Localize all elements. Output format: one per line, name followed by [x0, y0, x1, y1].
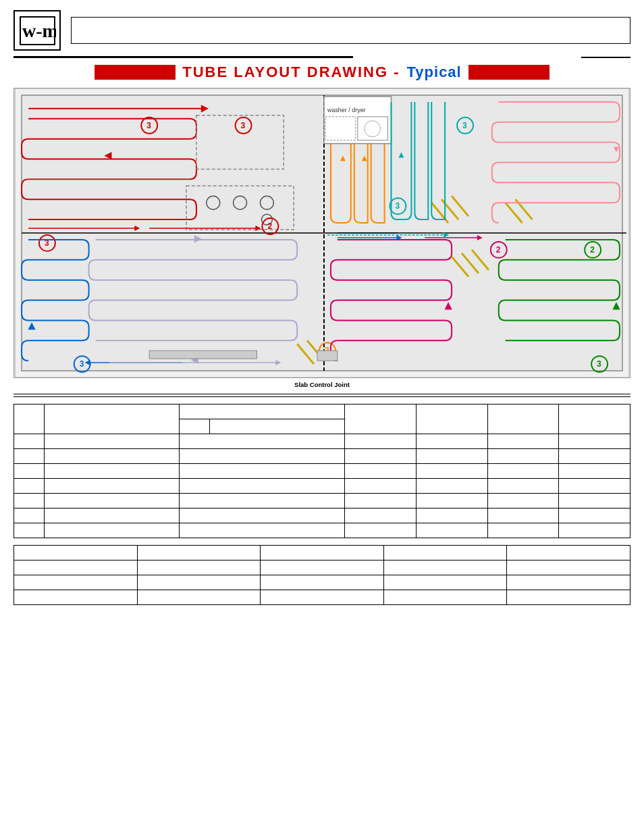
table-cell — [137, 590, 261, 605]
table-cell — [14, 546, 138, 561]
table-cell — [416, 509, 487, 523]
table-cell — [416, 464, 487, 479]
table-cell — [261, 575, 384, 590]
table1 — [14, 404, 630, 538]
title-box — [71, 17, 630, 44]
table-cell — [45, 405, 180, 434]
table-cell — [487, 509, 559, 523]
svg-rect-76 — [149, 350, 257, 359]
table-cell — [416, 405, 487, 434]
svg-text:3: 3 — [597, 359, 601, 369]
table-cell — [345, 523, 417, 538]
svg-rect-75 — [317, 350, 338, 361]
table-cell — [559, 523, 630, 538]
table-cell — [14, 561, 138, 575]
table-cell — [14, 464, 45, 479]
table-cell — [345, 479, 417, 494]
red-rect-left — [95, 65, 176, 80]
svg-text:2: 2 — [267, 221, 272, 231]
table-cell — [507, 561, 630, 575]
table-cell — [345, 494, 417, 509]
svg-text:washer / dryer: washer / dryer — [327, 107, 366, 113]
table-cell — [137, 561, 261, 575]
table-cell — [487, 434, 559, 449]
table-cell — [487, 449, 559, 464]
slab-control-joint-label: Slab Control Joint — [14, 381, 630, 388]
table-cell — [345, 449, 417, 464]
table2 — [14, 545, 630, 605]
drawing-svg: 3 3 3 2 — [14, 88, 630, 377]
table-cell — [487, 523, 559, 538]
table-cell — [180, 405, 345, 419]
svg-text:3: 3 — [146, 121, 151, 130]
table-cell — [45, 479, 180, 494]
table-row — [14, 434, 630, 449]
table-cell — [416, 434, 487, 449]
table-cell — [559, 405, 630, 434]
table-cell — [14, 494, 45, 509]
table-cell — [559, 479, 630, 494]
table-cell — [14, 523, 45, 538]
table2-section — [14, 545, 630, 605]
svg-text:w-m: w-m — [22, 20, 56, 41]
table-cell — [559, 434, 630, 449]
table-cell — [14, 449, 45, 464]
table-cell — [14, 479, 45, 494]
table-cell — [261, 590, 384, 605]
table-cell — [487, 464, 559, 479]
table-cell — [45, 464, 180, 479]
table-cell — [345, 509, 417, 523]
table-cell — [559, 449, 630, 464]
svg-text:2: 2 — [496, 245, 501, 255]
table-cell — [210, 419, 345, 434]
table-cell — [487, 405, 559, 434]
svg-text:3: 3 — [395, 201, 400, 211]
table-cell — [14, 509, 45, 523]
table-cell — [416, 479, 487, 494]
table-cell — [261, 546, 384, 561]
page: w-m TUBE LAYOUT DRAWING - Typical — [0, 0, 644, 834]
svg-text:3: 3 — [462, 121, 467, 130]
table-cell — [383, 561, 507, 575]
table-cell — [180, 434, 345, 449]
svg-text:3: 3 — [241, 121, 246, 130]
table-cell — [180, 419, 210, 434]
table-row — [14, 464, 630, 479]
table-row — [14, 546, 630, 561]
table-cell — [45, 509, 180, 523]
table-cell — [507, 546, 630, 561]
table-cell — [180, 494, 345, 509]
table-cell — [383, 590, 507, 605]
table-cell — [559, 464, 630, 479]
table-cell — [345, 405, 417, 434]
table-cell — [137, 546, 261, 561]
table-row — [14, 590, 630, 605]
table-cell — [416, 523, 487, 538]
table-cell — [180, 509, 345, 523]
table-cell — [45, 449, 180, 464]
table-row — [14, 494, 630, 509]
tube-layout-drawing: 3 3 3 2 — [14, 88, 630, 378]
table-cell — [45, 434, 180, 449]
table-cell — [14, 434, 45, 449]
banner-main-text: TUBE LAYOUT DRAWING - — [182, 63, 400, 81]
table-cell — [14, 405, 45, 434]
table-cell — [383, 546, 507, 561]
table-cell — [559, 494, 630, 509]
table-cell — [345, 434, 417, 449]
svg-text:3: 3 — [80, 359, 84, 369]
table-cell — [180, 523, 345, 538]
table-cell — [180, 449, 345, 464]
section-separator — [14, 394, 630, 397]
table-cell — [487, 479, 559, 494]
table-cell — [416, 449, 487, 464]
table-cell — [487, 494, 559, 509]
table-cell — [14, 575, 138, 590]
table-cell — [345, 464, 417, 479]
table-cell — [45, 494, 180, 509]
table-cell — [507, 575, 630, 590]
table-cell — [180, 479, 345, 494]
table-row — [14, 523, 630, 538]
table-row — [14, 575, 630, 590]
table-cell — [559, 509, 630, 523]
